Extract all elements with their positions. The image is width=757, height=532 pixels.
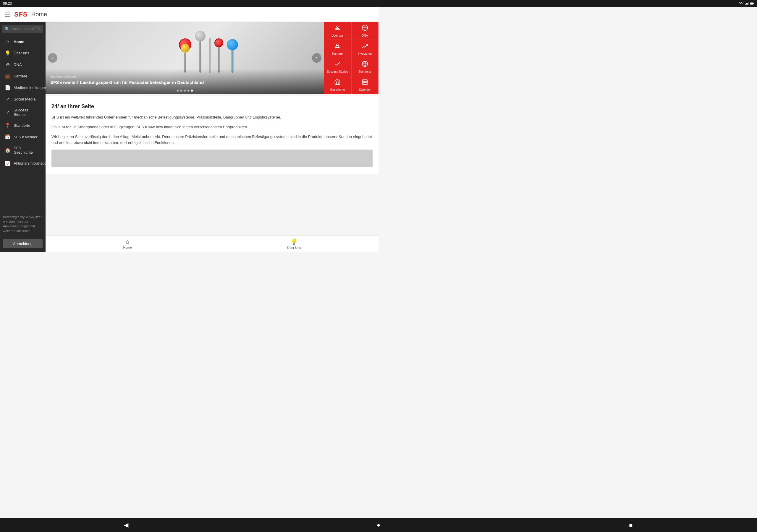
tile-kalender-icon bbox=[362, 79, 368, 87]
sfs-logo: SFS bbox=[14, 11, 28, 18]
search-icon: 🔍 bbox=[5, 27, 10, 31]
sidebar-item-sfs-geschichte[interactable]: 🏠 SFS Geschichte bbox=[1, 143, 45, 158]
tile-investoren-label: Investoren bbox=[358, 52, 372, 55]
tile-success-stories-icon bbox=[334, 61, 341, 69]
carousel-dot-1[interactable] bbox=[176, 90, 179, 92]
tile-geschichte-label: Geschichte bbox=[330, 88, 345, 91]
tile-karriere[interactable]: Karriere bbox=[324, 40, 351, 58]
tab-home[interactable]: ⌂ Home bbox=[117, 237, 138, 250]
status-bar: 09:23 bbox=[0, 0, 378, 7]
map-icon: 📍 bbox=[5, 123, 11, 128]
screw-1 bbox=[179, 39, 191, 73]
briefcase-icon: 💼 bbox=[5, 73, 11, 79]
sidebar-item-medienmitteilungen[interactable]: 📄 Medienmitteilungen bbox=[1, 82, 45, 93]
screws-illustration bbox=[179, 25, 238, 73]
screw-5 bbox=[227, 39, 238, 73]
svg-point-7 bbox=[337, 44, 339, 46]
carousel-dot-5[interactable] bbox=[191, 90, 193, 92]
search-bar[interactable]: 🔍 bbox=[2, 25, 43, 33]
sidebar-item-social-media[interactable]: ↗ Social Media bbox=[1, 93, 45, 105]
tile-geschichte[interactable]: Geschichte bbox=[324, 76, 351, 94]
carousel-dot-4[interactable] bbox=[187, 90, 189, 92]
info-section: 24/ an Ihrer Seite SFS ist ein weltweit … bbox=[45, 96, 378, 174]
time: 09:23 bbox=[3, 1, 12, 6]
tile-investoren-icon bbox=[362, 43, 368, 50]
trending-up-icon: 📈 bbox=[5, 161, 11, 166]
svg-rect-14 bbox=[363, 82, 364, 83]
info-image bbox=[51, 150, 373, 167]
tab-home-label: Home bbox=[123, 246, 132, 249]
bottom-tab-bar: ⌂ Home 💡 Über Uns bbox=[45, 235, 378, 252]
carousel-dot-2[interactable] bbox=[180, 90, 182, 92]
sidebar-item-home[interactable]: ⌂ Home bbox=[1, 36, 45, 47]
tile-karriere-label: Karriere bbox=[332, 52, 343, 55]
sidebar-item-aktionaersinformationen[interactable]: 📈 Aktionärsinformationen bbox=[1, 158, 45, 169]
carousel-title: SFS erweitert Leistungsspektrum für Fass… bbox=[50, 79, 319, 85]
sidebar-item-dna[interactable]: ⊕ DNA bbox=[1, 59, 45, 70]
tile-geschichte-icon bbox=[334, 79, 341, 87]
page-title: Home bbox=[31, 11, 47, 18]
tab-ueber-uns-icon: 💡 bbox=[290, 238, 298, 245]
carousel-dots bbox=[176, 90, 193, 92]
screw-2 bbox=[195, 31, 205, 73]
carousel: Medienmitteilungen SFS erweitert Leistun… bbox=[45, 22, 324, 94]
tile-ueber-uns-label: Über uns bbox=[331, 34, 344, 37]
home-icon: ⌂ bbox=[5, 39, 11, 44]
tile-dna-icon bbox=[362, 24, 368, 33]
tile-ueber-uns[interactable]: Über uns bbox=[324, 22, 351, 40]
sidebar-item-standorte[interactable]: 📍 Standorte bbox=[1, 120, 45, 131]
screw-4 bbox=[214, 39, 223, 73]
plus-circle-icon: ⊕ bbox=[5, 62, 11, 67]
share-icon: ↗ bbox=[5, 96, 11, 102]
calendar-icon: 📅 bbox=[5, 134, 11, 140]
app-container: ☰ SFS Home 🔍 ⌂ Home 💡 Über uns ⊕ DNA bbox=[0, 7, 378, 252]
lightbulb-icon: 💡 bbox=[5, 50, 11, 56]
svg-point-3 bbox=[337, 26, 339, 28]
tab-ueber-uns-label: Über Uns bbox=[287, 246, 301, 250]
sidebar: 🔍 ⌂ Home 💡 Über uns ⊕ DNA 💼 Karriere � bbox=[0, 22, 45, 252]
carousel-next-button[interactable]: › bbox=[312, 53, 321, 63]
house-icon: 🏠 bbox=[5, 147, 11, 153]
carousel-dot-3[interactable] bbox=[184, 90, 186, 92]
newspaper-icon: 📄 bbox=[5, 85, 11, 90]
svg-rect-10 bbox=[363, 80, 368, 85]
top-bar: ☰ SFS Home bbox=[0, 7, 378, 22]
main-scrollable-content[interactable]: 24/ an Ihrer Seite SFS ist ein weltweit … bbox=[45, 94, 378, 235]
tile-success-stories-label: Success Stories bbox=[327, 70, 348, 73]
check-icon: ✓ bbox=[5, 110, 11, 115]
tile-standorte[interactable]: Standorte bbox=[351, 58, 379, 76]
tile-standorte-icon bbox=[362, 61, 368, 69]
info-paragraph-1: SFS ist ein weltweit führendes Unternehm… bbox=[51, 114, 373, 121]
content-area: 🔍 ⌂ Home 💡 Über uns ⊕ DNA 💼 Karriere � bbox=[0, 22, 378, 252]
hero-section: Medienmitteilungen SFS erweitert Leistun… bbox=[45, 22, 378, 94]
main-panel: Medienmitteilungen SFS erweitert Leistun… bbox=[45, 22, 378, 252]
sidebar-item-sfs-kalender[interactable]: 📅 SFS Kalender bbox=[1, 131, 45, 143]
tile-karriere-icon bbox=[334, 43, 341, 50]
info-paragraph-2: Ob in Autos, in Smartphones oder in Flug… bbox=[51, 124, 373, 130]
carousel-prev-button[interactable]: ‹ bbox=[48, 53, 57, 63]
sidebar-item-ueber-uns[interactable]: 💡 Über uns bbox=[1, 47, 45, 59]
tab-home-icon: ⌂ bbox=[126, 238, 129, 245]
carousel-category: Medienmitteilungen bbox=[50, 75, 319, 78]
tile-dna[interactable]: DNA bbox=[351, 22, 379, 40]
tile-ueber-uns-icon bbox=[334, 24, 341, 33]
svg-rect-15 bbox=[366, 82, 366, 83]
info-paragraph-3: Wir begleiten Sie zuverlässig durch den … bbox=[51, 134, 373, 146]
tab-ueber-uns[interactable]: 💡 Über Uns bbox=[281, 237, 307, 251]
hamburger-button[interactable]: ☰ bbox=[5, 11, 11, 18]
tile-investoren[interactable]: Investoren bbox=[351, 40, 379, 58]
sidebar-footer-text: Berechtigte mySFS-Nutzer erhalten nach d… bbox=[0, 211, 45, 237]
sidebar-item-success-stories[interactable]: ✓ Success Stories bbox=[1, 105, 45, 120]
tile-kalender-label: Kalender bbox=[359, 88, 371, 91]
search-input[interactable] bbox=[12, 27, 41, 31]
info-title: 24/ an Ihrer Seite bbox=[51, 103, 373, 110]
sidebar-item-karriere[interactable]: 💼 Karriere bbox=[1, 70, 45, 82]
quick-tiles: Über uns DNA bbox=[324, 22, 378, 94]
anmeldung-button[interactable]: Anmeldung bbox=[3, 239, 43, 248]
screw-3 bbox=[209, 38, 211, 73]
tile-kalender[interactable]: Kalender bbox=[351, 76, 379, 94]
tile-standorte-label: Standorte bbox=[358, 70, 371, 73]
tile-success-stories[interactable]: Success Stories bbox=[324, 58, 351, 76]
tile-dna-label: DNA bbox=[362, 34, 368, 37]
